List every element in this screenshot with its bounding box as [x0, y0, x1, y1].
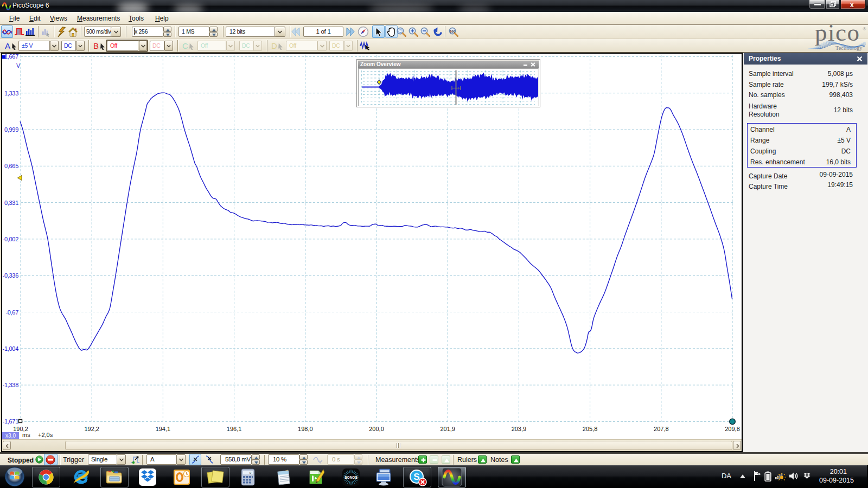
svg-text:200,0: 200,0 [369, 426, 384, 432]
svg-text:1,333: 1,333 [4, 90, 18, 97]
svg-text:198,0: 198,0 [298, 426, 313, 432]
svg-text:209,8: 209,8 [725, 426, 740, 432]
svg-text:-1,004: -1,004 [3, 345, 19, 352]
svg-text:®: ® [863, 26, 866, 31]
svg-text:196,1: 196,1 [227, 426, 242, 432]
svg-text:0,665: 0,665 [4, 163, 18, 169]
svg-text:1,667: 1,667 [4, 53, 18, 60]
svg-text:-0,67: -0,67 [5, 309, 18, 316]
svg-text:0,331: 0,331 [4, 200, 18, 206]
svg-text:SONOS: SONOS [344, 476, 358, 479]
svg-text:201,9: 201,9 [440, 426, 455, 432]
svg-text:205,8: 205,8 [583, 426, 598, 432]
svg-text:-1,671: -1,671 [3, 418, 19, 425]
svg-text:0,999: 0,999 [4, 126, 18, 133]
svg-text:V: V [16, 62, 21, 69]
svg-text:207,8: 207,8 [654, 426, 669, 432]
svg-text:-0,002: -0,002 [3, 236, 19, 242]
svg-text:pico: pico [815, 24, 860, 46]
svg-text:194,1: 194,1 [156, 426, 171, 432]
svg-text:-1,338: -1,338 [3, 382, 19, 388]
svg-text:-0,336: -0,336 [3, 272, 19, 279]
svg-text:203,9: 203,9 [512, 426, 527, 432]
svg-text:192,2: 192,2 [84, 426, 99, 432]
